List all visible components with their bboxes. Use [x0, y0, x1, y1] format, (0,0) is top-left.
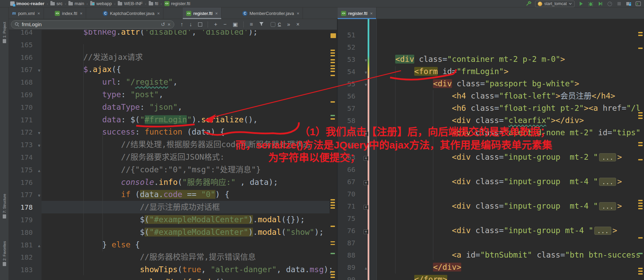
line-number[interactable]: 173 [9, 139, 33, 151]
line-number[interactable]: 71 [338, 200, 355, 213]
line-number[interactable]: 169 [9, 89, 33, 101]
stripe-mark[interactable] [331, 68, 335, 69]
code-line-166[interactable]: 166 //发送ajax请求 [9, 51, 143, 64]
search-history-icon[interactable]: ↺ [161, 22, 165, 27]
fold-marker-icon[interactable]: ▿ [33, 127, 46, 139]
line-number[interactable]: 184 [9, 276, 33, 280]
code-line-176[interactable]: 176 console.info("服务器响应:" , data); [9, 176, 278, 189]
fold-marker-icon[interactable]: + [355, 127, 376, 140]
tab-register.ftl[interactable]: <>register.ftl× [183, 7, 222, 19]
code-line-90[interactable]: 90▵ </form> [338, 273, 447, 280]
run-config-selector[interactable]: start_tomcat [535, 1, 575, 7]
debug-button[interactable] [587, 1, 594, 7]
stripe-mark[interactable] [638, 35, 643, 36]
stripe-mark[interactable] [638, 270, 643, 272]
fold-marker-icon[interactable]: ▿ [33, 139, 46, 152]
run-button[interactable] [578, 1, 584, 7]
close-tab-icon[interactable]: × [215, 11, 218, 16]
stripe-mark[interactable] [331, 202, 335, 203]
line-number[interactable]: 177 [9, 189, 33, 201]
match-case-checkbox[interactable]: C [271, 22, 281, 27]
fold-marker-icon[interactable]: ▿ [355, 54, 376, 67]
stripe-mark[interactable] [331, 33, 336, 38]
stripe-mark[interactable] [638, 115, 643, 116]
tab-pom.xml[interactable]: mpom.xml× [9, 7, 44, 19]
code-line-66[interactable]: 66 [338, 163, 376, 176]
sidebar-item-favorites[interactable]: 2: Favorites [0, 232, 9, 266]
checkbox[interactable] [271, 22, 275, 27]
close-tab-icon[interactable]: × [370, 11, 373, 16]
stripe-mark[interactable] [331, 101, 335, 103]
stripe-mark[interactable] [638, 205, 643, 207]
fold-marker-icon[interactable]: + [355, 176, 376, 189]
line-number[interactable]: 63 [338, 151, 355, 164]
close-tab-icon[interactable]: × [80, 11, 83, 16]
stripe-mark[interactable] [638, 142, 643, 143]
stripe-mark[interactable] [638, 203, 643, 204]
code-line-59[interactable]: 59+ <div class="alert d-none mt-2" id="t… [338, 126, 641, 139]
line-number[interactable]: 179 [9, 214, 33, 226]
stripe-mark[interactable] [638, 200, 643, 201]
fold-marker-icon[interactable]: + [355, 201, 376, 213]
tab-index.ftl[interactable]: <>index.ftl× [51, 7, 86, 19]
fold-marker-icon[interactable]: ▵ [355, 262, 376, 275]
line-number[interactable]: 178 [9, 201, 33, 214]
breadcrumb-item[interactable]: ftl [149, 1, 158, 6]
code-line-179[interactable]: 179 $("#exampleModalCenter").modal({}); [9, 213, 305, 226]
line-number[interactable]: 171 [9, 114, 33, 126]
code-line-54[interactable]: 54▿ <form id="frmLogin"> [338, 65, 509, 78]
sidebar-item-project[interactable]: 1: Project [0, 12, 9, 43]
line-number[interactable]: 90 [338, 274, 355, 280]
code-line-171[interactable]: 171 data: $("#frmLogin").serialize(), [9, 113, 258, 126]
line-number[interactable]: 53 [338, 53, 355, 66]
line-number[interactable]: 76 [338, 225, 355, 237]
stripe-mark[interactable] [331, 59, 335, 60]
stripe-mark[interactable] [331, 253, 335, 254]
breadcrumb-item[interactable]: main [68, 1, 84, 6]
fold-marker-icon[interactable]: ▵ [33, 240, 46, 252]
fold-marker-icon[interactable]: ▿ [33, 189, 46, 202]
code-line-173[interactable]: 173▿ //结果处理,根据服务器返回code判断服务器处理状态 [9, 138, 311, 151]
line-number[interactable]: 87 [338, 237, 355, 249]
tab-MemberController.java[interactable]: CMemberController.java× [239, 7, 303, 19]
stripe-mark[interactable] [331, 244, 335, 245]
code-line-71[interactable]: 71+ <div class="input-group mt-4 "...> [338, 200, 622, 212]
stripe-mark[interactable] [638, 118, 643, 119]
stripe-mark[interactable] [638, 159, 643, 160]
stripe-mark[interactable] [331, 52, 335, 54]
stripe-mark[interactable] [331, 205, 335, 206]
line-number[interactable]: 89 [338, 261, 355, 274]
clear-search-icon[interactable]: × [167, 22, 171, 27]
fold-expand-icon[interactable]: + [364, 132, 368, 136]
code-line-56[interactable]: 56 <h4 class="float-left">会员注册</h4> [338, 90, 615, 102]
stripe-mark[interactable] [331, 271, 335, 273]
fold-expand-icon[interactable]: + [364, 180, 368, 185]
fold-marker-icon[interactable]: ▵ [33, 164, 46, 177]
close-tab-icon[interactable]: × [297, 11, 300, 16]
find-selection-icon[interactable] [198, 22, 202, 27]
line-number[interactable]: 181 [9, 239, 33, 251]
prev-occurrence-button[interactable]: ↑ [180, 22, 183, 27]
line-number[interactable]: 166 [9, 51, 33, 64]
stripe-mark[interactable] [638, 253, 643, 254]
line-number[interactable]: 52 [338, 41, 355, 54]
stop-button[interactable] [616, 1, 622, 7]
line-number[interactable]: 62 [338, 139, 355, 152]
code-line-57[interactable]: 57 <h6 class="float-right pt-2"><a href=… [338, 102, 641, 115]
line-number[interactable]: 180 [9, 226, 33, 239]
breadcrumb-item[interactable]: src [50, 1, 62, 6]
line-number[interactable]: 58 [338, 115, 355, 127]
run-coverage-button[interactable] [597, 1, 603, 7]
stripe-mark[interactable] [331, 62, 335, 63]
line-number[interactable]: 56 [338, 90, 355, 103]
code-line-168[interactable]: 168 url: "/registe", [9, 76, 178, 88]
folded-region-badge[interactable]: ... [599, 153, 616, 161]
tab-KaptchaController.java[interactable]: CKaptchaController.java× [99, 7, 163, 19]
search-options-icon[interactable]: ≡ [250, 22, 253, 27]
code-line-169[interactable]: 169 type: "post", [9, 88, 163, 101]
fold-marker-icon[interactable]: ▿ [355, 66, 376, 79]
fold-marker-icon[interactable]: + [355, 225, 376, 238]
code-line-183[interactable]: 183 showTips(true, "alert-danger", data.… [9, 263, 333, 276]
stripe-mark[interactable] [331, 115, 335, 116]
line-number[interactable]: 183 [9, 264, 33, 276]
